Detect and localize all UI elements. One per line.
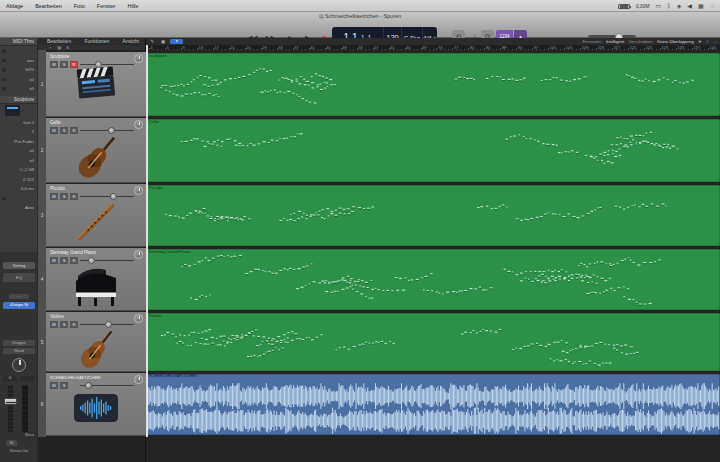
track-parameter-row[interactable]: Auto	[0, 203, 37, 213]
duplicate-track-icon[interactable]: ▤	[57, 45, 61, 50]
region-parameter-row[interactable]: 50%	[0, 65, 37, 75]
volume-fader-track[interactable]	[8, 385, 13, 432]
toolbar-menu-funktionen[interactable]: Funktionen ⌄	[85, 38, 114, 44]
track-parameter-row[interactable]: C-2 G8	[0, 165, 37, 175]
track-parameter-row[interactable]: 1	[0, 127, 37, 137]
solo-button[interactable]: S	[60, 257, 68, 264]
track-parameter-row[interactable]: 0,0 ms	[0, 184, 37, 194]
marquee-tool-icon[interactable]: ▣	[161, 39, 165, 44]
track-name[interactable]: Steinway Grand Piano	[50, 250, 96, 255]
auto-zoom-icon[interactable]: ↔	[714, 39, 719, 44]
track-icon-thumbnail[interactable]	[0, 104, 37, 118]
parameter-checkbox[interactable]	[2, 197, 6, 201]
eq-button[interactable]: EQ	[3, 273, 35, 282]
track-header-3[interactable]: PiccoloMSR	[46, 184, 146, 247]
bounce-label[interactable]: Bnce	[0, 433, 38, 437]
menubar-item-fenster[interactable]: Fenster	[91, 3, 122, 9]
volume-fader-handle[interactable]	[4, 398, 17, 405]
menubar-status: 0,00M ▭ ᛒ ◈ ◀ ▦ ♡	[618, 0, 715, 12]
bluetooth-icon[interactable]: ᛒ	[667, 0, 671, 12]
pencil-tool-icon[interactable]: ✎	[150, 39, 154, 44]
parameter-checkbox[interactable]	[2, 49, 6, 53]
menubar-item-ablage[interactable]: Ablage	[0, 3, 29, 9]
track-name[interactable]: Violine	[50, 314, 64, 319]
drag-menu[interactable]: Keine Überlappung	[657, 39, 694, 44]
parameter-checkbox[interactable]	[2, 78, 6, 82]
track-parameter-row[interactable]: 0 127	[0, 175, 37, 185]
toolbar-menu-ansicht[interactable]: Ansicht ⌄	[123, 38, 144, 44]
track-volume-knob[interactable]	[88, 257, 95, 264]
track-parameter-row[interactable]: ±0	[0, 146, 37, 156]
region-parameter-row[interactable]: aus	[0, 56, 37, 66]
setting-button[interactable]: Setting	[3, 262, 35, 269]
track-header-4[interactable]: Steinway Grand PianoMSR	[46, 248, 146, 311]
audio-region[interactable]: SCHMEICHELKAETZCHEN	[147, 374, 720, 436]
parameter-checkbox[interactable]	[2, 87, 6, 91]
group-button[interactable]: Gruppe	[3, 340, 35, 346]
automation-mode-button[interactable]: Read	[3, 348, 35, 354]
track-header-1[interactable]: SculptureMSR	[46, 52, 146, 117]
plugin-insert-button[interactable]: iZotope St	[3, 302, 35, 309]
menubar-item-foto[interactable]: Foto	[68, 3, 91, 9]
track-header-2[interactable]: CelloMSR	[46, 118, 146, 183]
mission-control-icon[interactable]: ▦	[698, 0, 704, 12]
pan-knob[interactable]	[12, 358, 26, 372]
track-parameter-row[interactable]	[0, 194, 37, 204]
track-name[interactable]: Piccolo	[50, 186, 65, 191]
ruler-bar-label: 89	[502, 45, 506, 50]
midi-region[interactable]: Violine	[147, 313, 720, 372]
region-parameter-row[interactable]	[0, 46, 37, 56]
display-icon[interactable]: ▭	[655, 0, 661, 12]
mute-button[interactable]: M	[6, 440, 17, 446]
global-solo-button[interactable]: S	[66, 45, 69, 50]
track-header-topbar: ＋ ▤ S	[38, 45, 146, 51]
track-name[interactable]: Cello	[50, 120, 60, 125]
region-inspector-title[interactable]: MIDI Thru	[0, 38, 37, 46]
catch-playhead-icon[interactable]: ➤	[698, 39, 702, 44]
waveform-zoom-icon[interactable]: ∿	[706, 39, 710, 44]
volume-icon[interactable]: ◀	[687, 0, 692, 12]
add-track-button[interactable]: ＋	[48, 45, 52, 50]
insert-slot-button[interactable]: ⋯	[9, 294, 29, 299]
midi-region[interactable]: Sculpture	[147, 53, 720, 117]
pan-value[interactable]: 0	[3, 376, 17, 381]
midi-region[interactable]: Piccolo	[147, 185, 720, 247]
track-pan-knob[interactable]	[134, 250, 143, 259]
mute-button[interactable]: M	[50, 257, 58, 264]
track-inspector-title[interactable]: Sculpture	[0, 96, 37, 104]
midi-region[interactable]: Steinway Grand Piano	[147, 249, 720, 311]
track-parameter-row[interactable]: ±0	[0, 156, 37, 166]
siri-icon[interactable]: ◈	[677, 0, 682, 12]
region-name: SCHMEICHELKAETZCHEN	[149, 374, 197, 378]
track-parameter-row[interactable]: Pre-Fader	[0, 137, 37, 147]
track-header-6[interactable]: SCHMEICHELKAETZCHENMS	[46, 373, 146, 436]
playhead[interactable]	[146, 45, 147, 438]
tool-menu-button[interactable]: ➤	[170, 39, 183, 45]
menubar-item-hilfe[interactable]: Hilfe	[121, 3, 144, 9]
track-parameter-row[interactable]: Inst 2	[0, 118, 37, 128]
toolbar-menu-bearbeiten[interactable]: Bearbeiten ⌄	[47, 38, 76, 44]
track-name[interactable]: SCHMEICHELKAETZCHEN	[50, 375, 100, 380]
ruler-bar-label: 73	[438, 45, 442, 50]
track-pan-knob[interactable]	[134, 120, 143, 129]
midi-region[interactable]: Cello	[147, 119, 720, 183]
track-pan-knob[interactable]	[134, 375, 143, 384]
parameter-checkbox[interactable]	[2, 68, 6, 72]
track-pan-knob[interactable]	[134, 186, 143, 195]
region-parameter-row[interactable]: ±0	[0, 84, 37, 94]
spotlight-icon[interactable]: ♡	[710, 0, 715, 12]
mute-button[interactable]: M	[50, 382, 58, 389]
parameter-checkbox[interactable]	[2, 59, 6, 63]
snap-menu[interactable]: Intelligent	[606, 39, 624, 44]
gain-value[interactable]	[20, 376, 34, 381]
track-pan-knob[interactable]	[134, 54, 143, 63]
record-arm-button[interactable]: R	[70, 257, 78, 264]
ruler-bar-label: 21	[230, 45, 234, 50]
track-header-5[interactable]: ViolineMSR	[46, 312, 146, 372]
battery-icon[interactable]	[618, 4, 630, 9]
track-volume-knob[interactable]	[85, 382, 92, 389]
region-parameter-row[interactable]: ±0	[0, 75, 37, 85]
menubar-item-bearbeiten[interactable]: Bearbeiten	[29, 3, 68, 9]
track-name[interactable]: Sculpture	[50, 54, 69, 59]
solo-button[interactable]: S	[60, 382, 68, 389]
